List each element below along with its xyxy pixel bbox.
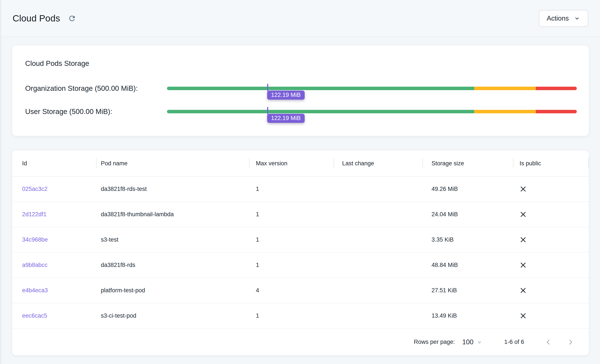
- table-row: 025ac3c2 da3821f8-rds-test 1 49.26 MiB: [12, 177, 589, 202]
- x-icon: [520, 262, 527, 269]
- cell-max-version: 1: [249, 262, 334, 268]
- table-header-row: Id Pod name Max version Last change Stor…: [12, 151, 589, 177]
- cell-is-public: [514, 312, 589, 319]
- cell-max-version: 1: [249, 312, 334, 319]
- table-row: eec6cac5 s3-ci-test-pod 1 13.49 KiB: [12, 303, 589, 329]
- pod-id-link[interactable]: 34c968be: [22, 237, 48, 243]
- sidebar-edge: [0, 0, 1, 364]
- pod-id-link[interactable]: 2d122df1: [22, 211, 47, 218]
- organization-storage-label: Organization Storage (500.00 MiB):: [25, 84, 167, 92]
- storage-usage-tooltip: 122.19 MiB: [267, 114, 305, 123]
- cell-storage-size: 49.26 MiB: [423, 186, 514, 192]
- cell-storage-size: 48.84 MiB: [423, 262, 514, 268]
- cell-pod-name: platform-test-pod: [96, 287, 249, 294]
- cell-storage-size: 27.51 KiB: [423, 287, 514, 294]
- actions-button-label: Actions: [547, 15, 569, 22]
- cell-is-public: [514, 185, 589, 193]
- cell-is-public: [514, 236, 589, 243]
- cell-is-public: [514, 211, 589, 218]
- cell-storage-size: 3.35 KiB: [423, 237, 514, 243]
- cell-pod-name: da3821f8-thumbnail-lambda: [96, 211, 249, 218]
- cell-is-public: [514, 262, 589, 269]
- storage-marker: [267, 107, 268, 114]
- table-row: e4b4eca3 platform-test-pod 4 27.51 KiB: [12, 278, 589, 303]
- next-page-button[interactable]: [566, 337, 576, 347]
- actions-button[interactable]: Actions: [539, 10, 588, 27]
- cell-storage-size: 24.04 MiB: [423, 211, 514, 218]
- refresh-icon: [68, 14, 76, 23]
- pagination-range-label: 1-6 of 6: [504, 339, 524, 345]
- column-header-max-version[interactable]: Max version: [249, 151, 334, 176]
- storage-marker: [267, 84, 268, 91]
- rows-per-page-value: 100: [462, 338, 474, 346]
- cloud-pods-table-card: Id Pod name Max version Last change Stor…: [12, 151, 589, 355]
- cell-pod-name: s3-ci-test-pod: [96, 312, 249, 319]
- user-storage-row: User Storage (500.00 MiB): 122.19 MiB: [25, 100, 577, 124]
- cell-pod-name: s3-test: [96, 237, 249, 243]
- pod-id-link[interactable]: eec6cac5: [22, 312, 47, 319]
- x-icon: [520, 185, 527, 193]
- table-pagination: Rows per page: 100 1-6 of 6: [12, 329, 589, 355]
- cell-pod-name: da3821f8-rds-test: [96, 186, 249, 192]
- table-row: a9b8abcc da3821f8-rds 1 48.84 MiB: [12, 253, 589, 278]
- column-header-pod-name[interactable]: Pod name: [96, 151, 249, 176]
- rows-per-page-label: Rows per page:: [414, 339, 455, 345]
- table-row: 34c968be s3-test 1 3.35 KiB: [12, 227, 589, 253]
- organization-storage-bar: 122.19 MiB: [167, 87, 577, 90]
- rows-per-page-select[interactable]: 100: [462, 338, 482, 346]
- column-header-storage-size[interactable]: Storage size: [423, 151, 514, 176]
- x-icon: [520, 312, 527, 319]
- cell-max-version: 1: [249, 186, 334, 192]
- cell-pod-name: da3821f8-rds: [96, 262, 249, 268]
- chevron-left-icon: [544, 338, 552, 346]
- cell-is-public: [514, 287, 589, 294]
- previous-page-button[interactable]: [543, 337, 553, 347]
- pod-id-link[interactable]: 025ac3c2: [22, 186, 47, 192]
- column-header-is-public[interactable]: Is public: [514, 151, 589, 176]
- x-icon: [520, 236, 527, 243]
- cell-max-version: 1: [249, 211, 334, 218]
- cell-max-version: 4: [249, 287, 334, 294]
- user-storage-label: User Storage (500.00 MiB):: [25, 108, 167, 116]
- column-header-id[interactable]: Id: [12, 151, 96, 176]
- cell-max-version: 1: [249, 237, 334, 243]
- user-storage-bar: 122.19 MiB: [167, 110, 577, 113]
- chevron-down-icon: [573, 15, 581, 22]
- table-row: 2d122df1 da3821f8-thumbnail-lambda 1 24.…: [12, 202, 589, 227]
- cell-storage-size: 13.49 KiB: [423, 312, 514, 319]
- pod-id-link[interactable]: a9b8abcc: [22, 262, 47, 268]
- chevron-right-icon: [567, 338, 575, 346]
- pod-id-link[interactable]: e4b4eca3: [22, 287, 48, 294]
- dropdown-arrow-icon: [477, 341, 482, 344]
- storage-usage-tooltip: 122.19 MiB: [267, 91, 305, 100]
- x-icon: [520, 287, 527, 294]
- storage-card: Cloud Pods Storage Organization Storage …: [12, 46, 589, 136]
- storage-card-title: Cloud Pods Storage: [25, 59, 89, 68]
- x-icon: [520, 211, 527, 218]
- page-title: Cloud Pods: [13, 13, 60, 24]
- organization-storage-row: Organization Storage (500.00 MiB): 122.1…: [25, 76, 577, 100]
- column-header-last-change[interactable]: Last change: [334, 151, 423, 176]
- refresh-button[interactable]: [66, 13, 77, 24]
- page-header: Cloud Pods Actions: [1, 0, 600, 37]
